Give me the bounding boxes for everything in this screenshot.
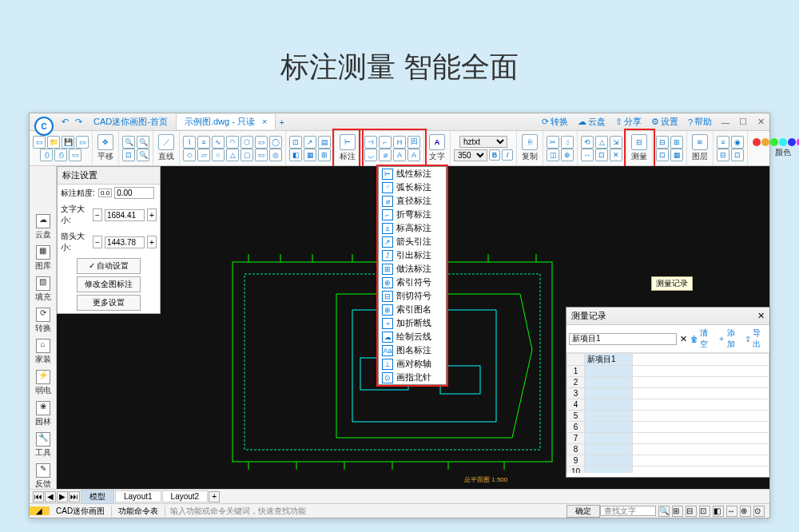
add-button[interactable]: ＋ 添加 bbox=[718, 328, 741, 350]
annotate-icon[interactable]: ⊢ bbox=[340, 134, 356, 150]
t5-icon[interactable]: ⊡ bbox=[595, 149, 608, 161]
d3-icon[interactable]: ○ bbox=[212, 149, 225, 161]
tab-document[interactable]: 示例图.dwg - 只读 × bbox=[177, 114, 276, 129]
spline-icon[interactable]: ∿ bbox=[212, 136, 225, 149]
layout1-tab[interactable]: Layout1 bbox=[115, 490, 161, 502]
close-window-icon[interactable]: ✕ bbox=[752, 114, 769, 130]
open-file-icon[interactable]: 📁 bbox=[47, 136, 60, 149]
d6-icon[interactable]: ▭ bbox=[255, 149, 268, 161]
a8-icon[interactable]: A bbox=[407, 149, 420, 161]
zoom4-icon[interactable]: 🔍 bbox=[137, 149, 149, 161]
layer-icon[interactable]: ≋ bbox=[692, 134, 708, 150]
a2-icon[interactable]: ⌐ bbox=[379, 136, 392, 149]
search-input[interactable] bbox=[600, 506, 656, 516]
model-tab[interactable]: 模型 bbox=[81, 490, 114, 504]
mi-jogged[interactable]: ⌐折弯标注 bbox=[379, 208, 446, 221]
tab-last-icon[interactable]: ⏭ bbox=[69, 491, 80, 502]
zoom-fit-icon[interactable]: ⊡ bbox=[122, 149, 135, 161]
annotate-group[interactable]: ⊢ 标注 bbox=[335, 131, 361, 165]
sidebar-home[interactable]: ⌂家装 bbox=[35, 339, 51, 363]
ms1-icon[interactable]: ⊟ bbox=[656, 136, 669, 149]
file7-icon[interactable]: ▭ bbox=[69, 149, 81, 161]
color-cyan[interactable] bbox=[779, 138, 787, 146]
t4-icon[interactable]: ↔ bbox=[581, 149, 594, 161]
ms2-icon[interactable]: ⊞ bbox=[670, 136, 683, 149]
copy-icon[interactable]: ⎘ bbox=[522, 134, 538, 150]
command-input[interactable]: 输入功能或命令关键词，快速查找功能 bbox=[165, 506, 566, 517]
s2-icon[interactable]: ↗ bbox=[304, 136, 316, 149]
m1-icon[interactable]: ✂ bbox=[547, 136, 559, 149]
status-opt5-icon[interactable]: ↔ bbox=[726, 506, 737, 517]
color-orange[interactable] bbox=[761, 138, 769, 146]
s3-icon[interactable]: ▤ bbox=[318, 136, 331, 149]
s1-icon[interactable]: ⊡ bbox=[289, 136, 302, 149]
status-opt1-icon[interactable]: ⊞ bbox=[672, 506, 683, 517]
print2-icon[interactable]: ⎙ bbox=[54, 149, 67, 161]
precision-format-icon[interactable]: 0.0 bbox=[98, 189, 112, 197]
l3-icon[interactable]: ⊟ bbox=[717, 149, 729, 161]
color-red[interactable] bbox=[753, 138, 761, 146]
sidebar-garden[interactable]: ❀园林 bbox=[35, 401, 51, 426]
mi-symmetry[interactable]: ⊥画对称轴 bbox=[379, 357, 446, 371]
s5-icon[interactable]: ▦ bbox=[304, 149, 316, 161]
print-icon[interactable]: ⎙ bbox=[40, 149, 53, 161]
color-blue[interactable] bbox=[788, 138, 796, 146]
a6-icon[interactable]: ⌀ bbox=[379, 149, 392, 161]
arrowsize-decrease[interactable]: − bbox=[93, 236, 102, 248]
mi-section[interactable]: ⊟剖切符号 bbox=[379, 289, 446, 303]
mi-practice[interactable]: ⊞做法标注 bbox=[379, 262, 446, 276]
sidebar-electric[interactable]: ⚡弱电 bbox=[35, 370, 51, 395]
app-logo[interactable]: C bbox=[34, 117, 54, 136]
clear-button[interactable]: 🗑 清空 bbox=[690, 328, 714, 350]
font-select[interactable]: hztxt bbox=[459, 136, 507, 148]
share-button[interactable]: ⇧ 分享 bbox=[610, 114, 646, 129]
arc-icon[interactable]: ◠ bbox=[226, 136, 239, 149]
ok-button[interactable]: 确定 bbox=[566, 505, 600, 518]
new-file-icon[interactable]: ▭ bbox=[33, 136, 46, 149]
polyline-icon[interactable]: ⌇ bbox=[183, 136, 196, 149]
arrowsize-increase[interactable]: + bbox=[147, 236, 157, 248]
text-icon[interactable]: A bbox=[429, 134, 445, 150]
textsize-input[interactable] bbox=[105, 209, 145, 221]
modify-all-button[interactable]: 修改全图标注 bbox=[77, 276, 141, 292]
sidebar-tools[interactable]: 🔧工具 bbox=[35, 432, 51, 457]
d2-icon[interactable]: ▱ bbox=[197, 149, 210, 161]
l2-icon[interactable]: ◉ bbox=[731, 136, 744, 149]
tab-first-icon[interactable]: ⏮ bbox=[33, 491, 44, 502]
s4-icon[interactable]: ◧ bbox=[289, 149, 302, 161]
mline-icon[interactable]: ≡ bbox=[197, 136, 210, 149]
mi-revision-cloud[interactable]: ☁绘制云线 bbox=[379, 330, 446, 343]
sidebar-fill[interactable]: ▨填充 bbox=[35, 276, 51, 301]
d7-icon[interactable]: ◎ bbox=[269, 149, 282, 161]
d4-icon[interactable]: △ bbox=[226, 149, 239, 161]
sidebar-feedback[interactable]: ✎反馈 bbox=[35, 463, 51, 488]
status-opt2-icon[interactable]: ⊟ bbox=[686, 506, 697, 517]
a5-icon[interactable]: ◡ bbox=[364, 149, 377, 161]
export-button[interactable]: ⇪ 导出 bbox=[745, 328, 767, 350]
rect-icon[interactable]: ▭ bbox=[255, 136, 268, 149]
project-clear-icon[interactable]: ✕ bbox=[680, 334, 687, 344]
ms4-icon[interactable]: ▦ bbox=[670, 149, 683, 161]
polygon-icon[interactable]: ⬡ bbox=[240, 136, 253, 149]
minimize-icon[interactable]: — bbox=[717, 114, 734, 130]
sidebar-convert[interactable]: ⟳转换 bbox=[35, 308, 51, 332]
textsize-increase[interactable]: + bbox=[147, 208, 157, 221]
pan-icon[interactable]: ✥ bbox=[97, 134, 113, 150]
mi-break[interactable]: ⌁加折断线 bbox=[379, 316, 446, 330]
auto-settings-button[interactable]: ✓ 自动设置 bbox=[77, 258, 141, 274]
precision-input[interactable] bbox=[114, 187, 154, 199]
status-opt7-icon[interactable]: ⊙ bbox=[753, 506, 765, 517]
a7-icon[interactable]: A bbox=[393, 149, 406, 161]
italic-icon[interactable]: I bbox=[502, 149, 513, 161]
t2-icon[interactable]: △ bbox=[595, 136, 608, 149]
measure-group[interactable]: ⊟ 测量 bbox=[626, 131, 653, 165]
measure-icon[interactable]: ⊟ bbox=[631, 134, 647, 150]
mi-index-symbol[interactable]: ⊕索引符号 bbox=[379, 276, 446, 289]
convert-button[interactable]: ⟳ 转换 bbox=[537, 114, 573, 129]
sidebar-cloud[interactable]: ☁云盘 bbox=[35, 214, 51, 239]
settings-button[interactable]: ⚙ 设置 bbox=[646, 114, 683, 129]
more-settings-button[interactable]: 更多设置 bbox=[77, 295, 141, 311]
mi-leader[interactable]: ⤴引出标注 bbox=[379, 248, 446, 262]
zoom-in-icon[interactable]: 🔍 bbox=[122, 136, 135, 149]
command-list-button[interactable]: 功能命令表 bbox=[112, 506, 165, 517]
